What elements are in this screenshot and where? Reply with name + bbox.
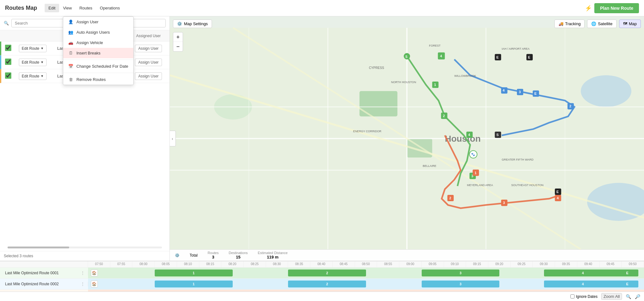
gantt-bar[interactable]: 4 — [544, 270, 622, 276]
app-title: Routes Map — [5, 5, 37, 11]
users-icon: 👥 — [68, 30, 73, 35]
gantt-label-text: Last Mile Optimized Route 0001 — [5, 271, 59, 275]
dropdown-insert-breaks[interactable]: 🗓 Insert Breaks — [63, 48, 133, 58]
gantt-time-tick: 09:20 — [488, 261, 511, 267]
svg-text:NORTH HOUSTON: NORTH HOUSTON — [391, 81, 416, 84]
top-nav: Routes Map Edit View Routes Operations ⚡… — [0, 0, 644, 16]
insert-breaks-label: Insert Breaks — [76, 51, 101, 55]
gantt-bar[interactable]: E — [616, 270, 639, 276]
nav-item-edit[interactable]: Edit — [45, 4, 59, 12]
svg-text:BELLAIRE: BELLAIRE — [423, 164, 436, 168]
dropdown-auto-assign[interactable]: 👥 Auto Assign Users — [63, 27, 133, 37]
edit-dropdown-menu: 👤 Assign User 👥 Auto Assign Users 🚗 Assi… — [63, 16, 134, 85]
nav-item-view[interactable]: View — [59, 4, 75, 12]
edit-route-button-2[interactable]: Edit Route ▼ — [19, 59, 47, 66]
svg-text:1: 1 — [434, 83, 436, 87]
checkbox-col-3 — [5, 72, 16, 80]
plan-new-route-button[interactable]: Plan New Route — [594, 3, 639, 13]
zoom-in-button[interactable]: + — [173, 32, 183, 42]
edit-col-2: Edit Route ▼ — [16, 59, 57, 66]
map-zoom-controls: + − — [173, 32, 183, 52]
destinations-value: 15 — [236, 255, 240, 259]
map-view-button[interactable]: 🗺 Map — [619, 20, 641, 28]
gantt-bar[interactable]: 4 — [544, 281, 622, 287]
gantt-bar[interactable]: 2 — [288, 281, 366, 287]
map-right-buttons: 🚚 Tracking 🌐 Satellite 🗺 Map — [554, 20, 641, 28]
ignore-dates-text: Ignore Dates — [576, 294, 597, 299]
gantt-time-tick: 08:35 — [288, 261, 310, 267]
gantt-bar[interactable]: 3 — [422, 281, 500, 287]
gantt-time-tick: 08:40 — [310, 261, 333, 267]
gantt-row: Last Mile Optimized Route 0002 ⋮🏠1234E — [0, 279, 644, 290]
tracking-button[interactable]: 🚚 Tracking — [554, 20, 585, 28]
route-checkbox-2[interactable] — [5, 59, 11, 65]
gantt-bar[interactable]: 1 — [155, 270, 233, 276]
scrollbar-thumb[interactable] — [8, 247, 69, 248]
nav-item-operations[interactable]: Operations — [96, 4, 124, 12]
zoom-in-gantt-icon[interactable]: 🔍 — [626, 294, 631, 299]
edit-route-button-1[interactable]: Edit Route ▼ — [19, 45, 47, 52]
checkbox-col-1 — [5, 45, 16, 52]
gantt-time-tick: 07:50 — [88, 261, 110, 267]
panel-footer: Selected 3 routes — [0, 251, 169, 261]
ignore-dates-checkbox[interactable] — [570, 294, 575, 298]
dropdown-remove-routes[interactable]: 🗑 Remove Routes — [63, 74, 133, 85]
assign-user-button-2[interactable]: Assign User — [135, 59, 162, 66]
nav-item-routes[interactable]: Routes — [75, 4, 96, 12]
zoom-out-button[interactable]: − — [173, 42, 183, 51]
gantt-bar[interactable]: E — [616, 281, 639, 287]
gantt-menu-icon[interactable]: ⋮ — [81, 271, 85, 275]
svg-text:GREATER FIFTH WARD: GREATER FIFTH WARD — [502, 158, 534, 161]
route-checkbox-3[interactable] — [5, 72, 11, 79]
edit-route-button-3[interactable]: Edit Route ▼ — [19, 72, 47, 80]
dropdown-assign-vehicle[interactable]: 🚗 Assign Vehicle — [63, 37, 133, 48]
gantt-label-text: Last Mile Optimized Route 0002 — [5, 282, 59, 286]
svg-text:2: 2 — [443, 114, 445, 118]
svg-text:MEYERLAND AREA: MEYERLAND AREA — [467, 184, 493, 187]
route-checkbox-1[interactable] — [5, 45, 11, 51]
gantt-track: 🏠1234E — [88, 268, 644, 278]
breaks-icon: 🗓 — [68, 51, 73, 55]
gantt-bar[interactable]: 1 — [155, 281, 233, 287]
gantt-bar[interactable]: 3 — [422, 270, 500, 276]
svg-text:4: 4 — [503, 88, 505, 92]
routes-value: 3 — [212, 255, 214, 259]
collapse-panel-button[interactable]: ‹ — [170, 131, 176, 146]
assign-user-col-3: Assign User — [131, 72, 166, 80]
gantt-time-tick: 08:45 — [333, 261, 355, 267]
gantt-menu-icon[interactable]: ⋮ — [81, 282, 85, 286]
svg-text:S: S — [497, 133, 499, 137]
assign-user-button-1[interactable]: Assign User — [135, 45, 162, 52]
divider-2 — [63, 73, 133, 73]
vehicle-icon: 🚗 — [68, 40, 73, 45]
gantt-bar[interactable]: 2 — [288, 270, 366, 276]
map-toolbar: ⚙️ Map Settings 🚚 Tracking 🌐 Satellite 🗺… — [173, 20, 641, 28]
gantt-time-tick: 08:00 — [132, 261, 155, 267]
gantt-time-tick: 09:50 — [622, 261, 644, 267]
zoom-out-gantt-icon[interactable]: 🔎 — [635, 294, 640, 299]
assign-user-col-1: Assign User — [131, 45, 166, 52]
zoom-all-button[interactable]: Zoom All — [601, 293, 622, 300]
svg-text:WILLOWBROOK: WILLOWBROOK — [454, 74, 476, 77]
gantt-time-tick: 08:25 — [244, 261, 266, 267]
satellite-label: Satellite — [598, 21, 612, 26]
scrollbar-area — [0, 244, 169, 251]
svg-text:1: 1 — [475, 171, 476, 175]
gantt-time-tick: 09:15 — [466, 261, 488, 267]
svg-text:S: S — [405, 55, 408, 59]
gantt-time-tick: 09:05 — [422, 261, 444, 267]
svg-text:E: E — [557, 190, 559, 194]
assign-user-button-3[interactable]: Assign User — [135, 72, 162, 80]
satellite-button[interactable]: 🌐 Satellite — [587, 20, 616, 28]
map-settings-button[interactable]: ⚙️ Map Settings — [173, 20, 212, 28]
edit-col-1: Edit Route ▼ — [16, 45, 57, 52]
gantt-section: 07:5007:5508:0008:0508:1008:1508:2008:25… — [0, 261, 644, 301]
dropdown-change-date[interactable]: 📅 Change Scheduled For Date — [63, 61, 133, 71]
selected-routes-text: Selected 3 routes — [4, 254, 33, 258]
map-icon: 🗺 — [623, 21, 627, 26]
svg-text:IAH / AIRPORT AREA: IAH / AIRPORT AREA — [502, 48, 530, 51]
calendar-icon: 📅 — [68, 64, 73, 69]
map-footer-gear: ⚙️ — [175, 253, 180, 258]
dropdown-assign-user[interactable]: 👤 Assign User — [63, 17, 133, 27]
checkbox-col-2 — [5, 59, 16, 66]
